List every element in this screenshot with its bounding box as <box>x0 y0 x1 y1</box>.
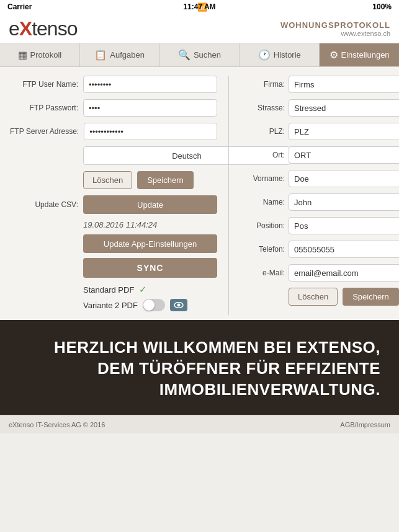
plz-input[interactable] <box>289 123 399 140</box>
firma-row: Firma: <box>240 76 389 93</box>
promo-text: HERZLICH WILLKOMMEN BEI EXTENSO, DEM TÜR… <box>19 337 380 400</box>
panel-divider <box>228 76 229 315</box>
ftp-pass-input[interactable] <box>83 99 217 117</box>
eye-icon-svg <box>174 302 184 308</box>
status-time: 11:47 AM <box>183 2 215 11</box>
footer-copyright: eXtenso IT-Services AG © 2016 <box>9 421 105 428</box>
name-row: Name: <box>240 193 389 211</box>
variante2-toggle[interactable] <box>143 299 165 311</box>
left-save-button[interactable]: Speichern <box>137 171 194 189</box>
sync-button[interactable]: SYNC <box>83 258 217 278</box>
tab-historie[interactable]: 🕐 Historie <box>240 43 320 66</box>
protokoll-icon: ▦ <box>18 49 27 61</box>
telefon-row: Telefon: <box>240 241 389 258</box>
app-title: WOHNUNGSPROTOKOLL <box>280 20 390 30</box>
vorname-input[interactable] <box>289 170 399 187</box>
tab-protokoll[interactable]: ▦ Protokoll <box>0 43 80 66</box>
suchen-icon: 🔍 <box>178 49 191 61</box>
variante2-pdf-label: Variante 2 PDF <box>83 301 138 310</box>
ort-input[interactable] <box>289 146 399 164</box>
timestamp: 19.08.2016 11:44:24 <box>83 220 217 229</box>
svg-point-1 <box>177 304 180 307</box>
update-csv-label: Update CSV: <box>10 200 78 209</box>
right-panel: Firma: Strasse: PLZ: Ort: Vorname: Name:… <box>240 76 389 315</box>
tab-protokoll-label: Protokoll <box>30 50 62 60</box>
aufgaben-icon: 📋 <box>94 49 107 61</box>
ftp-server-input[interactable] <box>84 123 217 140</box>
footer: eXtenso IT-Services AG © 2016 AGB/Impres… <box>0 415 399 433</box>
email-input[interactable] <box>289 264 399 282</box>
eye-button[interactable] <box>170 299 187 311</box>
name-label: Name: <box>240 198 285 206</box>
firma-input[interactable] <box>289 76 399 93</box>
position-label: Position: <box>240 221 285 230</box>
header-url: www.extenso.ch <box>280 30 390 37</box>
ftp-user-label: FTP User Name: <box>10 80 78 89</box>
tab-einstellungen[interactable]: ⚙ Einstellungen <box>320 43 399 66</box>
plz-row: PLZ: <box>240 123 389 140</box>
variante2-pdf-row: Variante 2 PDF <box>83 299 217 311</box>
telefon-input[interactable] <box>289 241 399 258</box>
einstellungen-icon: ⚙ <box>330 49 338 61</box>
ftp-server-label: FTP Server Adresse: <box>10 127 79 136</box>
header: eXtenso WOHNUNGSPROTOKOLL www.extenso.ch <box>0 14 399 43</box>
ftp-user-row: FTP User Name: <box>10 76 217 93</box>
historie-icon: 🕐 <box>258 49 271 61</box>
standard-pdf-row: Standard PDF ✓ <box>83 284 217 295</box>
update-csv-row: Update CSV: Update <box>10 195 217 214</box>
position-row: Position: <box>240 217 389 234</box>
vorname-label: Vorname: <box>240 174 285 183</box>
vorname-row: Vorname: <box>240 170 389 187</box>
right-btn-row: Löschen Speichern <box>289 288 389 306</box>
header-right: WOHNUNGSPROTOKOLL www.extenso.ch <box>280 20 390 37</box>
right-delete-button[interactable]: Löschen <box>289 288 338 306</box>
status-bar: Carrier 📶 11:47 AM 100% <box>0 0 399 14</box>
standard-pdf-check: ✓ <box>139 284 147 295</box>
ort-row: Ort: <box>240 146 389 164</box>
ftp-server-row: FTP Server Adresse: <box>10 123 217 140</box>
tab-einstellungen-label: Einstellungen <box>341 50 390 60</box>
ftp-pass-row: FTP Passwort: <box>10 99 217 117</box>
right-save-button[interactable]: Speichern <box>343 288 399 306</box>
toggle-thumb <box>143 299 155 311</box>
delete-save-row: Löschen Speichern <box>83 171 217 189</box>
position-input[interactable] <box>289 217 399 234</box>
plz-label: PLZ: <box>240 127 285 136</box>
name-input[interactable] <box>289 193 399 211</box>
battery-label: 100% <box>372 2 392 11</box>
ftp-user-input[interactable] <box>83 76 217 93</box>
strasse-input[interactable] <box>289 99 399 117</box>
logo-x: X <box>19 17 32 40</box>
telefon-label: Telefon: <box>240 245 285 254</box>
tab-suchen-label: Suchen <box>194 50 221 60</box>
strasse-label: Strasse: <box>240 104 285 112</box>
email-label: e-Mail: <box>240 268 285 277</box>
ftp-pass-label: FTP Passwort: <box>10 104 78 112</box>
tab-aufgaben-label: Aufgaben <box>110 50 145 60</box>
standard-pdf-label: Standard PDF <box>83 285 134 295</box>
carrier-label: Carrier <box>7 2 32 11</box>
firma-label: Firma: <box>240 80 285 89</box>
nav-tabs: ▦ Protokoll 📋 Aufgaben 🔍 Suchen 🕐 Histor… <box>0 43 399 67</box>
left-delete-button[interactable]: Löschen <box>83 171 132 189</box>
tab-historie-label: Historie <box>274 50 301 60</box>
app-settings-button[interactable]: Update App-Einstellungen <box>83 234 217 253</box>
promo-section: HERZLICH WILLKOMMEN BEI EXTENSO, DEM TÜR… <box>0 320 399 415</box>
tab-aufgaben[interactable]: 📋 Aufgaben <box>80 43 160 66</box>
main-content: FTP User Name: FTP Passwort: FTP Server … <box>0 67 399 320</box>
logo: eXtenso <box>9 17 77 40</box>
left-panel: FTP User Name: FTP Passwort: FTP Server … <box>10 76 217 315</box>
ort-label: Ort: <box>240 151 285 159</box>
update-button[interactable]: Update <box>83 195 217 214</box>
email-row: e-Mail: <box>240 264 389 282</box>
tab-suchen[interactable]: 🔍 Suchen <box>160 43 240 66</box>
footer-link[interactable]: AGB/Impressum <box>340 421 390 428</box>
strasse-row: Strasse: <box>240 99 389 117</box>
